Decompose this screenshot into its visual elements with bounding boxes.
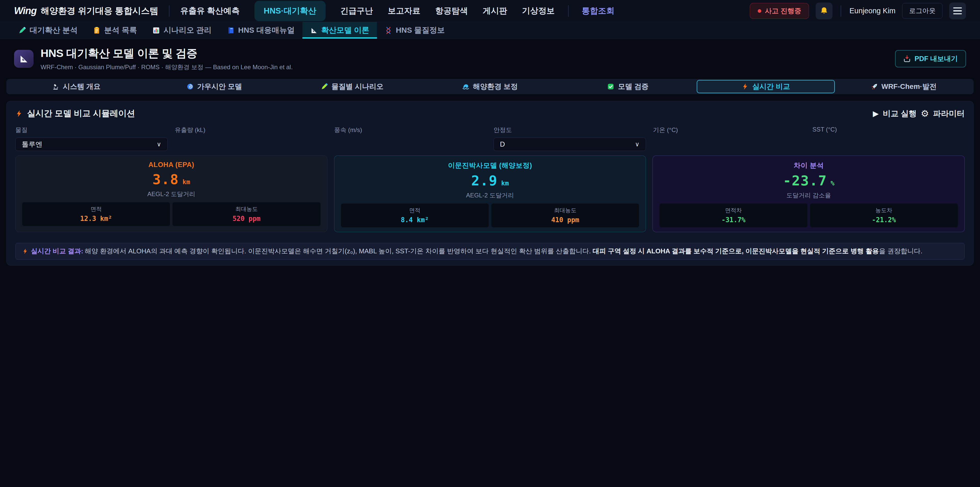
field-label: 기온 (°C) bbox=[653, 126, 805, 134]
card-aloha: ALOHA (EPA) 3.8 km AEGL-2 도달거리 면적 12.3 k… bbox=[15, 155, 328, 232]
card-value: 3.8 bbox=[153, 171, 179, 187]
page-header-left: HNS 대기확산 모델 이론 및 검증 WRF-Chem · Gaussian … bbox=[14, 46, 293, 71]
subtab-air-dispersion-analysis[interactable]: 대기확산 분석 bbox=[11, 22, 85, 38]
play-icon[interactable]: ▶ bbox=[873, 109, 879, 118]
card-value: -23.7 bbox=[783, 172, 827, 189]
field-spill-volume: 유출량 (kL) bbox=[175, 126, 327, 151]
divider bbox=[568, 5, 569, 17]
stat-label: 면적차 bbox=[662, 207, 805, 214]
panel-title: 실시간 모델 비교 시뮬레이션 bbox=[15, 108, 135, 119]
stat-max-concentration: 최대농도 410 ppm bbox=[491, 204, 639, 227]
tab-model-validation[interactable]: 모델 검증 bbox=[559, 80, 697, 93]
field-label: 안정도 bbox=[493, 126, 646, 134]
tab-realtime-comparison[interactable]: 실시간 비교 bbox=[697, 80, 835, 93]
check-icon bbox=[607, 83, 614, 90]
parameters-button[interactable]: 파라미터 bbox=[933, 108, 965, 119]
incident-status-badge: 사고 진행중 bbox=[750, 3, 809, 19]
subtab-analysis-list[interactable]: 분석 목록 bbox=[85, 22, 145, 38]
stat-value: -21.2% bbox=[812, 216, 956, 224]
card-value-row: 3.8 km bbox=[22, 171, 321, 187]
nav-board[interactable]: 게시판 bbox=[483, 5, 508, 17]
subtab-dispersion-model-theory[interactable]: 확산모델 이론 bbox=[302, 22, 377, 38]
card-title: 이문진박사모델 (해양보정) bbox=[341, 161, 639, 170]
tab-wrf-chem-development[interactable]: WRF-Chem·발전 bbox=[835, 80, 973, 93]
app-title: 해양환경 위기대응 통합시스템 bbox=[41, 5, 159, 17]
card-title: 차이 분석 bbox=[659, 161, 958, 170]
microscope-icon bbox=[52, 83, 59, 90]
tab-substance-scenarios[interactable]: 물질별 시나리오 bbox=[283, 80, 421, 93]
stat-label: 면적 bbox=[343, 207, 487, 214]
page-header: HNS 대기확산 모델 이론 및 검증 WRF-Chem · Gaussian … bbox=[14, 46, 966, 71]
card-unit: km bbox=[183, 178, 190, 186]
nav-hns-air-dispersion[interactable]: HNS·대기확산 bbox=[255, 1, 325, 21]
tab-label: WRF-Chem·발전 bbox=[881, 82, 937, 91]
triangular-ruler-icon bbox=[310, 27, 318, 34]
nav-emergency-rescue[interactable]: 긴급구난 bbox=[340, 5, 373, 17]
stability-select[interactable]: D ∨ bbox=[493, 138, 646, 151]
stat-value: 520 ppm bbox=[175, 215, 318, 222]
stat-area-difference: 면적차 -31.7% bbox=[659, 204, 807, 227]
card-unit: km bbox=[501, 179, 509, 187]
panel-title-text: 실시간 모델 비교 시뮬레이션 bbox=[27, 108, 135, 119]
subtab-hns-response-manual[interactable]: HNS 대응매뉴얼 bbox=[219, 22, 302, 38]
subtab-label: HNS 물질정보 bbox=[396, 25, 445, 35]
main-nav: 유출유 확산예측 HNS·대기확산 긴급구난 보고자료 항공탐색 게시판 기상정… bbox=[180, 1, 614, 21]
tab-label: 모델 검증 bbox=[618, 82, 649, 91]
rocket-icon bbox=[871, 83, 878, 90]
panel-actions: ▶ 비교 실행 ⚙ 파라미터 bbox=[873, 108, 965, 119]
top-navigation-bar: Wing 해양환경 위기대응 통합시스템 유출유 확산예측 HNS·대기확산 긴… bbox=[0, 0, 980, 22]
pdf-export-label: PDF 내보내기 bbox=[915, 54, 958, 63]
stat-label: 최대농도 bbox=[493, 207, 637, 214]
substance-select[interactable]: 톨루엔 ∨ bbox=[15, 138, 168, 151]
field-wind-speed: 풍속 (m/s) bbox=[334, 126, 487, 151]
book-icon bbox=[227, 27, 234, 34]
dna-icon bbox=[385, 27, 392, 34]
card-stats: 면적차 -31.7% 농도차 -21.2% bbox=[659, 204, 958, 227]
subtab-label: 대기확산 분석 bbox=[30, 25, 78, 35]
nav-weather-info[interactable]: 기상정보 bbox=[522, 5, 555, 17]
stat-area: 면적 8.4 km² bbox=[341, 204, 489, 227]
subtab-hns-substance-info[interactable]: HNS 물질정보 bbox=[377, 22, 452, 38]
chevron-down-icon: ∨ bbox=[635, 141, 640, 148]
nav-integrated-search[interactable]: 통합조회 bbox=[582, 5, 614, 17]
card-sublabel: 도달거리 감소율 bbox=[659, 191, 958, 200]
stability-select-value: D bbox=[500, 141, 505, 148]
note-label: 실시간 비교 결과: bbox=[31, 247, 83, 255]
card-value: 2.9 bbox=[471, 172, 498, 189]
tab-gaussian-model[interactable]: 가우시안 모델 bbox=[145, 80, 283, 93]
notifications-button[interactable] bbox=[816, 3, 832, 19]
nav-reports[interactable]: 보고자료 bbox=[388, 5, 421, 17]
field-air-temperature: 기온 (°C) bbox=[653, 126, 805, 151]
stat-value: 410 ppm bbox=[493, 216, 637, 224]
lightning-icon bbox=[15, 110, 23, 118]
nav-aerial-search[interactable]: 항공탐색 bbox=[435, 5, 468, 17]
card-sublabel: AEGL-2 도달거리 bbox=[22, 190, 321, 198]
realtime-comparison-panel: 실시간 모델 비교 시뮬레이션 ▶ 비교 실행 ⚙ 파라미터 물질 톨루엔 ∨ … bbox=[6, 101, 974, 266]
tab-label: 시스템 개요 bbox=[63, 82, 100, 91]
subtab-label: 분석 목록 bbox=[104, 25, 137, 35]
pen-icon bbox=[18, 27, 26, 34]
nav-oil-spill-forecast[interactable]: 유출유 확산예측 bbox=[180, 5, 240, 17]
pdf-export-button[interactable]: PDF 내보내기 bbox=[895, 50, 966, 67]
card-unit: % bbox=[830, 179, 834, 187]
tab-system-overview[interactable]: 시스템 개요 bbox=[7, 80, 145, 93]
app-logo: Wing 해양환경 위기대응 통합시스템 bbox=[14, 5, 158, 17]
subtab-scenario-management[interactable]: 시나리오 관리 bbox=[145, 22, 219, 38]
gear-icon[interactable]: ⚙ bbox=[921, 108, 929, 119]
triangular-ruler-icon bbox=[19, 54, 29, 64]
divider bbox=[841, 5, 841, 17]
pencil-icon bbox=[321, 83, 328, 90]
brand-mark: Wing bbox=[14, 5, 37, 16]
note-text: 을 권장합니다. bbox=[879, 247, 922, 255]
menu-button[interactable] bbox=[949, 3, 966, 19]
field-stability: 안정도 D ∨ bbox=[493, 126, 646, 151]
run-comparison-button[interactable]: 비교 실행 bbox=[883, 108, 917, 119]
field-substance: 물질 톨루엔 ∨ bbox=[15, 126, 168, 151]
comparison-result-note: 실시간 비교 결과:해양 환경에서 ALOHA의 과대 예측 경향이 확인됩니다… bbox=[15, 243, 965, 260]
subtab-label: 시나리오 관리 bbox=[164, 25, 212, 35]
card-value-row: -23.7 % bbox=[659, 172, 958, 189]
stat-value: 8.4 km² bbox=[343, 216, 487, 224]
card-stats: 면적 12.3 km² 최대농도 520 ppm bbox=[22, 202, 321, 226]
logout-button[interactable]: 로그아웃 bbox=[902, 3, 942, 19]
tab-marine-environment-correction[interactable]: 해양환경 보정 bbox=[421, 80, 559, 93]
